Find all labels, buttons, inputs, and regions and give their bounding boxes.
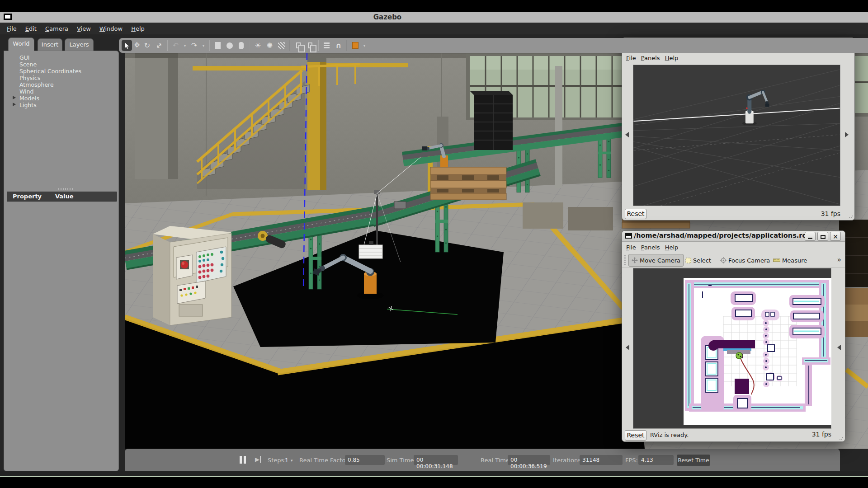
paste-icon[interactable] bbox=[305, 40, 315, 51]
translate-icon[interactable]: ↔↔ bbox=[133, 42, 141, 49]
tree-item-scene[interactable]: Scene bbox=[19, 61, 37, 68]
toolbar-separator bbox=[167, 40, 168, 51]
menu-help[interactable]: Help bbox=[665, 55, 679, 61]
step-button[interactable]: ▶ bbox=[255, 456, 261, 463]
value-column-header: Value bbox=[55, 193, 74, 200]
fps-field[interactable]: 4.13 bbox=[638, 455, 674, 465]
gazebo-menubar: File Edit Camera View Window Help bbox=[0, 23, 868, 34]
insert-sphere-icon[interactable] bbox=[224, 40, 235, 51]
rviz-render-area[interactable] bbox=[633, 268, 831, 429]
world-panel: GUI Scene Spherical Coordinates Physics … bbox=[4, 51, 119, 471]
menu-panels[interactable]: Panels bbox=[641, 244, 660, 251]
menu-window[interactable]: Window bbox=[97, 24, 125, 33]
tab-layers[interactable]: Layers bbox=[65, 38, 94, 51]
align-icon[interactable] bbox=[321, 40, 332, 51]
menu-panels[interactable]: Panels bbox=[641, 55, 660, 61]
rtf-field[interactable]: 0.85 bbox=[345, 455, 385, 465]
tree-item-atmosphere[interactable]: Atmosphere bbox=[19, 81, 54, 88]
menu-help[interactable]: Help bbox=[129, 24, 147, 33]
directional-light-icon[interactable] bbox=[276, 40, 287, 51]
steps-spinner-icon[interactable]: ▾ bbox=[291, 458, 293, 463]
real-time-label: Real Time: bbox=[481, 457, 511, 464]
menu-edit[interactable]: Edit bbox=[23, 24, 39, 33]
minimize-button[interactable] bbox=[805, 232, 816, 241]
move-camera-tool[interactable]: Move Camera bbox=[628, 254, 684, 267]
menu-camera[interactable]: Camera bbox=[43, 24, 71, 33]
pan-left-arrow-icon[interactable] bbox=[625, 132, 629, 137]
select-arrow-icon[interactable] bbox=[122, 40, 132, 51]
black-box-stack[interactable] bbox=[470, 91, 513, 150]
tree-item-models[interactable]: Models bbox=[19, 95, 39, 102]
toolbar-separator bbox=[249, 40, 250, 51]
menu-file[interactable]: File bbox=[626, 244, 636, 251]
tree-item-wind[interactable]: Wind bbox=[19, 88, 33, 95]
expand-lights-icon[interactable] bbox=[13, 103, 16, 106]
control-console[interactable] bbox=[153, 226, 231, 325]
scale-icon[interactable]: ↔ bbox=[151, 38, 167, 53]
focus-camera-tool[interactable]: Focus Camera bbox=[717, 254, 773, 267]
yellow-pillar[interactable] bbox=[307, 58, 326, 190]
pan-left-arrow-icon[interactable] bbox=[626, 345, 629, 350]
measure-tool[interactable]: Measure bbox=[770, 254, 810, 267]
pallet-stack[interactable] bbox=[430, 167, 506, 200]
tree-item-lights[interactable]: Lights bbox=[19, 102, 37, 108]
real-time-field[interactable]: 00 00:00:36.519 bbox=[508, 455, 550, 465]
point-light-icon[interactable]: ☀ bbox=[253, 40, 263, 51]
expand-models-icon[interactable] bbox=[13, 96, 16, 99]
sim-time-field[interactable]: 00 00:00:31.148 bbox=[414, 455, 458, 465]
pan-right-arrow-icon[interactable] bbox=[837, 345, 841, 350]
rviz-map-view[interactable] bbox=[684, 278, 831, 425]
reset-button[interactable]: Reset bbox=[625, 209, 646, 219]
toolbar-overflow-icon[interactable]: » bbox=[837, 256, 841, 264]
undo-icon[interactable]: ↶ bbox=[170, 40, 181, 51]
property-column-header: Property bbox=[13, 193, 42, 200]
view-angle-menu-icon[interactable]: ▾ bbox=[362, 40, 367, 51]
insert-box-icon[interactable] bbox=[212, 40, 223, 51]
tree-item-physics[interactable]: Physics bbox=[19, 75, 40, 81]
undo-history-icon[interactable]: ▾ bbox=[182, 40, 188, 51]
tab-world[interactable]: World bbox=[8, 38, 34, 51]
pause-button[interactable] bbox=[240, 456, 247, 464]
rviz-window: /home/arshad/mapped/projects/application… bbox=[622, 230, 845, 442]
toolbar-separator bbox=[318, 40, 319, 51]
menu-view[interactable]: View bbox=[75, 24, 93, 33]
tree-item-gui[interactable]: GUI bbox=[19, 54, 30, 61]
maximize-button[interactable] bbox=[817, 232, 828, 241]
robot-view-menubar: File Panels Help bbox=[622, 52, 854, 64]
menu-file[interactable]: File bbox=[5, 24, 19, 33]
resize-grip[interactable] bbox=[839, 436, 844, 440]
menu-file[interactable]: File bbox=[626, 55, 636, 61]
copy-icon[interactable] bbox=[293, 40, 303, 51]
snap-icon[interactable]: ∩ bbox=[333, 40, 344, 51]
robot-3d-view[interactable] bbox=[633, 65, 840, 206]
select-tool[interactable]: Select bbox=[683, 254, 714, 267]
redo-icon[interactable]: ↷ bbox=[189, 40, 199, 51]
toolbar-separator bbox=[289, 40, 290, 51]
redo-history-icon[interactable]: ▾ bbox=[201, 40, 206, 51]
iterations-field[interactable]: 31148 bbox=[580, 455, 623, 465]
rviz-title: /home/arshad/mapped/projects/application… bbox=[634, 232, 814, 239]
close-button[interactable]: ✕ bbox=[830, 232, 841, 241]
rviz-toolbar: Move Camera Select Focus Camera bbox=[622, 253, 845, 268]
reset-time-button[interactable]: Reset Time bbox=[677, 455, 710, 466]
property-table-header: Property Value bbox=[7, 192, 117, 202]
menu-help[interactable]: Help bbox=[665, 244, 679, 251]
view-angle-icon[interactable] bbox=[350, 40, 360, 51]
concrete-pillar[interactable] bbox=[135, 53, 178, 179]
map-robot-pose bbox=[736, 352, 742, 359]
tab-insert[interactable]: Insert bbox=[38, 38, 62, 51]
pan-right-arrow-icon[interactable] bbox=[845, 132, 849, 137]
steps-value[interactable]: 1 bbox=[285, 457, 288, 464]
tree-item-spherical-coordinates[interactable]: Spherical Coordinates bbox=[19, 68, 81, 75]
toolbar-drag-handle[interactable] bbox=[624, 255, 626, 266]
insert-cylinder-icon[interactable] bbox=[236, 40, 246, 51]
yellow-beam bbox=[193, 66, 308, 70]
spot-light-icon[interactable]: ✺ bbox=[264, 40, 275, 51]
toolbar-separator bbox=[346, 40, 347, 51]
rotate-icon[interactable]: ↻ bbox=[142, 40, 152, 51]
resize-grip[interactable] bbox=[849, 214, 853, 219]
move-camera-icon bbox=[632, 257, 638, 263]
panel-splitter[interactable] bbox=[58, 188, 74, 190]
rviz-titlebar[interactable]: /home/arshad/mapped/projects/application… bbox=[622, 231, 845, 242]
reset-button[interactable]: Reset bbox=[625, 430, 646, 441]
